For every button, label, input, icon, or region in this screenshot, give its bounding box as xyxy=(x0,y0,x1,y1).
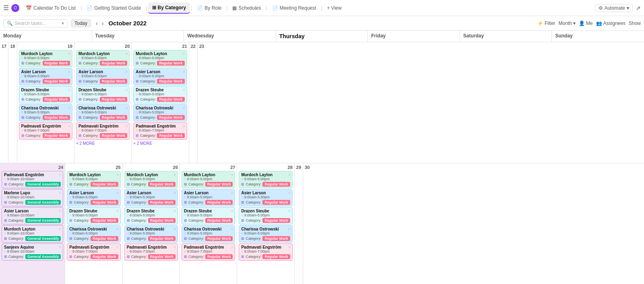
check-icon[interactable]: ○ xyxy=(68,70,70,74)
check-icon[interactable]: ○ xyxy=(183,106,185,110)
event-drazen-wed2[interactable]: ○ Drazen Steube ○9:00am-5:00pm ⊞ Categor… xyxy=(124,207,178,224)
event-padmavati-mon2[interactable]: ○ Padmavati Engström ○9:00am-10:00am ⊞ C… xyxy=(2,171,63,188)
check-icon[interactable]: ○ xyxy=(126,70,128,74)
share-icon[interactable]: ⇗ xyxy=(636,5,641,11)
check-icon[interactable]: ○ xyxy=(126,88,128,92)
event-marlene-mon2[interactable]: ○ Marlene Lupo ○9:00am-10:00am ⊞ Categor… xyxy=(2,189,63,206)
check-icon[interactable]: ○ xyxy=(68,51,70,56)
hamburger-icon[interactable]: ☰ xyxy=(3,4,9,12)
event-padmavati-tue2[interactable]: ○ Padmavati Engström ○9:00am-7:00pm ⊞ Ca… xyxy=(67,243,120,261)
event-asier-thu[interactable]: ○ Asier Larson ○9:00am-5:00pm ⊞ Category… xyxy=(76,68,130,85)
event-murdoch-thu[interactable]: ○ Murdoch Layton ○9:00am-5:00pm ⊞ Catego… xyxy=(76,50,130,67)
event-charissa-fri[interactable]: ○ Charissa Ostrowski ○9:00am-5:00pm ⊞ Ca… xyxy=(133,104,187,121)
event-charissa-tue2[interactable]: ○ Charissa Ostrowski ○9:00am-5:00pm ⊞ Ca… xyxy=(67,225,120,243)
check-icon[interactable]: ○ xyxy=(68,124,70,128)
event-asier-wed[interactable]: ○ Asier Larson ○9:00am-5:00pm ⊞ Category… xyxy=(19,68,72,85)
today-button[interactable]: Today xyxy=(71,19,91,27)
tab-calendar[interactable]: 📅 Calendar To Do List xyxy=(22,2,80,14)
check-icon[interactable]: ○ xyxy=(288,173,290,177)
more-link-thu-1[interactable]: + 2 MORE xyxy=(76,140,130,146)
month-button[interactable]: Month ▾ xyxy=(559,21,576,26)
check-icon[interactable]: ○ xyxy=(231,227,233,231)
check-icon[interactable]: ○ xyxy=(288,245,290,249)
more-link-fri-1[interactable]: + 2 MORE xyxy=(133,140,187,146)
event-drazen-thu[interactable]: ○ Drazen Steube ○9:00am-5:00pm ⊞ Categor… xyxy=(76,86,130,103)
check-icon[interactable]: ○ xyxy=(174,227,176,231)
check-icon[interactable]: ○ xyxy=(231,191,233,195)
check-icon[interactable]: ○ xyxy=(68,106,70,110)
event-sanjeev-mon2[interactable]: ○ Sanjeev Aquino ○9:00am-10:00am ⊞ Categ… xyxy=(2,243,63,261)
event-murdoch-fri[interactable]: ○ Murdoch Layton ○9:00am-5:00pm ⊞ Catego… xyxy=(133,50,187,67)
event-padmavati-fri[interactable]: ○ Padmavati Engström ○9:00am-7:00pm ⊞ Ca… xyxy=(133,122,187,140)
check-icon[interactable]: ○ xyxy=(59,245,61,249)
event-asier-fri2[interactable]: ○ Asier Larson ○9:00am-5:00pm ⊞ Category… xyxy=(239,189,292,206)
event-charissa-wed[interactable]: ○ Charissa Ostrowski ○9:00am-5:00pm ⊞ Ca… xyxy=(19,104,72,121)
check-icon[interactable]: ○ xyxy=(183,124,185,128)
check-icon[interactable]: ○ xyxy=(183,88,185,92)
check-icon[interactable]: ○ xyxy=(116,173,118,177)
check-icon[interactable]: ○ xyxy=(288,227,290,231)
prev-arrow[interactable]: ‹ xyxy=(94,19,99,27)
check-icon[interactable]: ○ xyxy=(116,245,118,249)
check-icon[interactable]: ○ xyxy=(126,124,128,128)
check-icon[interactable]: ○ xyxy=(174,245,176,249)
event-murdoch-fri2[interactable]: ○ Murdoch Layton ○9:00am-5:00pm ⊞ Catego… xyxy=(239,171,292,188)
event-murdoch-wed[interactable]: ○ Murdoch Layton ○9:00am-5:00pm ⊞ Catego… xyxy=(19,50,72,67)
tab-meeting-request[interactable]: 📄 Meeting Request xyxy=(268,2,320,14)
event-asier-wed2[interactable]: ○ Asier Larson ○9:00am-5:00pm ⊞ Category… xyxy=(124,189,178,206)
event-drazen-fri2[interactable]: ○ Drazen Steube ○9:00am-5:00pm ⊞ Categor… xyxy=(239,207,292,224)
event-padmavati-fri2[interactable]: ○ Padmavati Engström ○9:00am-7:00pm ⊞ Ca… xyxy=(239,243,292,261)
tab-schedules[interactable]: ▦ Schedules xyxy=(228,2,265,14)
check-icon[interactable]: ○ xyxy=(174,209,176,213)
tab-by-role[interactable]: 📄 By Role xyxy=(193,2,225,14)
event-asier-tue2[interactable]: ○ Asier Larson ○9:00am-5:00pm ⊞ Category… xyxy=(67,189,120,206)
check-icon[interactable]: ○ xyxy=(68,88,70,92)
check-icon[interactable]: ○ xyxy=(174,173,176,177)
event-murdoch-tue2[interactable]: ○ Murdoch Layton ○9:00am-5:00pm ⊞ Catego… xyxy=(67,171,120,188)
check-icon[interactable]: ○ xyxy=(183,70,185,74)
check-icon[interactable]: ○ xyxy=(288,191,290,195)
check-icon[interactable]: ○ xyxy=(59,173,61,177)
me-button[interactable]: 👤 Me xyxy=(579,21,593,26)
event-drazen-thu2[interactable]: ○ Drazen Steube ○9:00am-5:00pm ⊞ Categor… xyxy=(182,207,235,224)
check-icon[interactable]: ○ xyxy=(116,191,118,195)
event-charissa-fri2[interactable]: ○ Charissa Ostrowski ○9:00am-5:00pm ⊞ Ca… xyxy=(239,225,292,243)
event-asier-thu2[interactable]: ○ Asier Larson ○9:00am-5:00pm ⊞ Category… xyxy=(182,189,235,206)
event-asier-fri[interactable]: ○ Asier Larson ○9:00am-5:00pm ⊞ Category… xyxy=(133,68,187,85)
automate-button[interactable]: ⚙ Automate ▾ xyxy=(595,4,633,12)
event-charissa-thu2[interactable]: ○ Charissa Ostrowski ○9:00am-5:00pm ⊞ Ca… xyxy=(182,225,235,243)
event-padmavati-thu2[interactable]: ○ Padmavati Engström ○9:00am-7:00pm ⊞ Ca… xyxy=(182,243,235,261)
tab-getting-started[interactable]: 📄 Getting Started Guide xyxy=(83,2,145,14)
event-padmavati-wed[interactable]: ○ Padmavati Engström ○9:00am-7:00pm ⊞ Ca… xyxy=(19,122,72,140)
event-asier-mon2[interactable]: ○ Asier Larson ○9:00am-10:00am ⊞ Categor… xyxy=(2,207,63,224)
tab-by-category[interactable]: ⊞ By Category xyxy=(148,2,190,14)
check-icon[interactable]: ○ xyxy=(231,173,233,177)
next-arrow[interactable]: › xyxy=(100,19,105,27)
event-padmavati-wed2[interactable]: ○ Padmavati Engström ○9:00am-7:00pm ⊞ Ca… xyxy=(124,243,178,261)
event-murdoch-mon2[interactable]: ○ Murdoch Layton ○9:00am-10:00am ⊞ Categ… xyxy=(2,225,63,243)
show-button[interactable]: Show xyxy=(629,21,641,26)
event-charissa-wed2[interactable]: ○ Charissa Ostrowski ○9:00am-5:00pm ⊞ Ca… xyxy=(124,225,178,243)
event-drazen-fri[interactable]: ○ Drazen Steube ○9:00am-5:00pm ⊞ Categor… xyxy=(133,86,187,103)
event-drazen-wed[interactable]: ○ Drazen Steube ○9:00am-5:00pm ⊞ Categor… xyxy=(19,86,72,103)
check-icon[interactable]: ○ xyxy=(59,227,61,231)
event-murdoch-thu2[interactable]: ○ Murdoch Layton ○9:00am-5:00pm ⊞ Catego… xyxy=(182,171,235,188)
check-icon[interactable]: ○ xyxy=(126,51,128,56)
check-icon[interactable]: ○ xyxy=(288,209,290,213)
check-icon[interactable]: ○ xyxy=(183,51,185,56)
assignees-button[interactable]: 👥 Assignees xyxy=(596,21,625,26)
event-charissa-thu[interactable]: ○ Charissa Ostrowski ○9:00am-5:00pm ⊞ Ca… xyxy=(76,104,130,121)
event-murdoch-wed2[interactable]: ○ Murdoch Layton ○9:00am-5:00pm ⊞ Catego… xyxy=(124,171,178,188)
check-icon[interactable]: ○ xyxy=(59,191,61,195)
check-icon[interactable]: ○ xyxy=(126,106,128,110)
tab-add-view[interactable]: + View xyxy=(323,2,346,14)
filter-button[interactable]: ⚡ Filter xyxy=(537,21,555,26)
event-drazen-tue2[interactable]: ○ Drazen Steube ○9:00am-5:00pm ⊞ Categor… xyxy=(67,207,120,224)
check-icon[interactable]: ○ xyxy=(116,227,118,231)
search-box[interactable]: 🔍 Search tasks... ▾ xyxy=(3,19,68,27)
check-icon[interactable]: ○ xyxy=(59,209,61,213)
check-icon[interactable]: ○ xyxy=(231,209,233,213)
event-padmavati-thu[interactable]: ○ Padmavati Engström ○9:00am-7:00pm ⊞ Ca… xyxy=(76,122,130,140)
check-icon[interactable]: ○ xyxy=(231,245,233,249)
check-icon[interactable]: ○ xyxy=(116,209,118,213)
